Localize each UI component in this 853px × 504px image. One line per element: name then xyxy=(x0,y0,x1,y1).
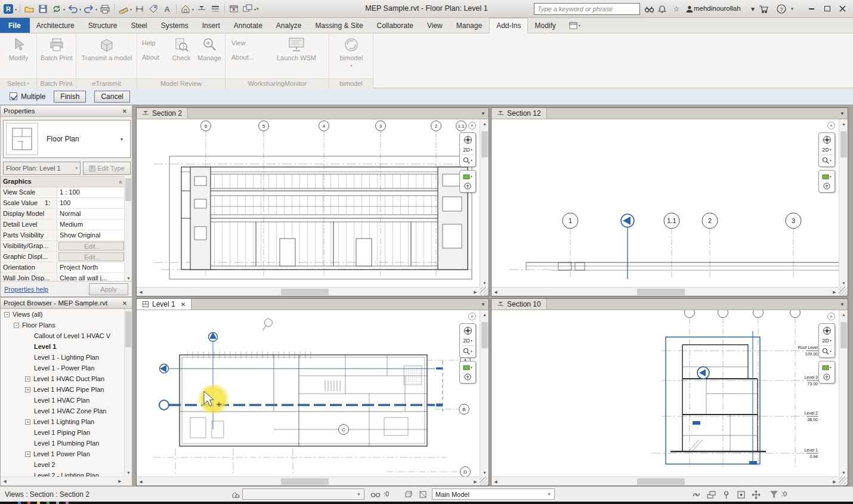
property-row[interactable]: Visibility/Grap...Edit... xyxy=(1,241,125,252)
resize-grip[interactable] xyxy=(480,477,489,486)
tab-architecture[interactable]: Architecture xyxy=(30,18,82,33)
expand-icon[interactable]: + xyxy=(25,419,30,425)
edit-button[interactable]: Edit... xyxy=(58,252,124,261)
tab-view[interactable]: View xyxy=(421,18,450,33)
resize-grip[interactable] xyxy=(480,287,489,296)
design-options-icon[interactable] xyxy=(403,490,414,499)
apply-button[interactable]: Apply xyxy=(89,283,128,295)
steering-wheel-button[interactable] xyxy=(460,134,475,146)
chevron-down-icon[interactable]: ▾ xyxy=(192,7,194,11)
scrollbar-thumb[interactable] xyxy=(840,322,847,348)
close-button[interactable] xyxy=(836,2,849,15)
drag-on-selection-toggle[interactable] xyxy=(750,490,761,499)
infocenter-search-input[interactable] xyxy=(534,3,640,15)
scrollbar-thumb[interactable] xyxy=(637,289,685,295)
panel-label-select[interactable]: Select▾ xyxy=(0,78,36,88)
grid-bubbles[interactable] xyxy=(201,121,466,131)
close-view-icon[interactable]: ✕ xyxy=(181,301,186,308)
tree-view-item[interactable]: Level 2 - Lighting Plan xyxy=(1,470,124,477)
chevron-down-icon[interactable]: ▾ xyxy=(130,7,132,11)
2d-wheel-button[interactable]: 2D▾ xyxy=(819,146,835,154)
tree-view-item[interactable]: Level 1 - Lighting Plan xyxy=(1,352,124,363)
crop-region[interactable] xyxy=(666,337,760,464)
viewport-menu-button[interactable]: ▼ xyxy=(478,299,489,310)
filter-button[interactable] xyxy=(768,490,779,499)
vertical-scrollbar[interactable]: ▲▼ xyxy=(839,119,848,287)
scroll-down-icon[interactable]: ▼ xyxy=(125,468,132,477)
model-review-help-button[interactable]: Help xyxy=(142,39,165,47)
expand-icon[interactable]: + xyxy=(25,452,30,457)
tab-modify[interactable]: Modify xyxy=(528,18,563,33)
horizontal-scrollbar[interactable]: ◀▶ xyxy=(492,477,839,486)
viewport-menu-button[interactable]: ▼ xyxy=(837,108,848,119)
select-underlay-toggle[interactable] xyxy=(706,490,716,499)
tree-view-item[interactable]: +Level 1 Power Plan xyxy=(1,449,124,459)
model-review-about-button[interactable]: About xyxy=(142,54,165,61)
chevron-down-icon[interactable]: ▾ xyxy=(120,137,130,142)
tab-section-12[interactable]: Section 12 xyxy=(492,108,547,119)
show-crop-button[interactable]: ▾ xyxy=(819,363,835,372)
zoom-button[interactable]: ▾ xyxy=(460,347,475,356)
open-icon[interactable] xyxy=(23,3,35,15)
section-2-canvas[interactable]: 6 5 4 3 2 1.1 ✕ 2D▾ xyxy=(137,119,480,287)
tree-view-item[interactable]: Level 1 - Power Plan xyxy=(1,363,124,373)
ribbon-cycle-button[interactable]: ▾ xyxy=(569,18,580,33)
tree-view-item[interactable]: +Level 1 HVAC Duct Plan xyxy=(1,373,124,384)
chevron-down-icon[interactable]: ▾ xyxy=(254,7,256,11)
2d-wheel-button[interactable]: 2D▾ xyxy=(460,146,475,154)
properties-scrollbar[interactable]: ▼ xyxy=(124,176,132,282)
notifications-icon[interactable] xyxy=(656,4,668,14)
scrollbar-thumb[interactable] xyxy=(481,322,488,348)
measure-icon[interactable] xyxy=(118,3,129,15)
select-by-face-toggle[interactable] xyxy=(735,490,746,499)
2d-wheel-button[interactable]: 2D▾ xyxy=(460,336,475,345)
editable-only-icon[interactable] xyxy=(370,490,381,499)
property-row[interactable]: Parts VisibilityShow Original xyxy=(1,230,125,241)
close-icon[interactable]: ✕ xyxy=(120,300,129,307)
zoom-button[interactable]: ▾ xyxy=(819,156,835,165)
tree-view-item[interactable]: Level 1 Plumbing Plan xyxy=(1,438,124,449)
navbar-close-button[interactable]: ✕ xyxy=(468,313,476,320)
app-store-cart-icon[interactable] xyxy=(758,4,769,14)
expand-icon[interactable]: + xyxy=(25,387,30,392)
modify-button[interactable]: Modify xyxy=(1,35,36,78)
wheel-menu-button[interactable] xyxy=(460,181,475,191)
tree-view-item[interactable]: Callout of Level 1 HVAC V xyxy=(1,330,124,341)
revit-logo-icon[interactable]: R xyxy=(2,3,14,15)
finish-button[interactable]: Finish xyxy=(54,91,86,103)
save-icon[interactable] xyxy=(37,3,49,15)
resize-grip[interactable] xyxy=(839,287,848,296)
sync-icon[interactable] xyxy=(51,3,63,15)
thin-lines-icon[interactable] xyxy=(209,3,221,15)
chevron-down-icon[interactable]: ▾ xyxy=(15,7,17,11)
tab-section-10[interactable]: Section 10 xyxy=(492,299,547,310)
project-browser-header[interactable]: Project Browser - MEP Sample.rvt ✕ xyxy=(1,298,132,309)
tab-add-ins[interactable]: Add-Ins xyxy=(489,18,528,33)
design-option-select[interactable]: Main Model▼ xyxy=(432,488,555,500)
tree-view-item[interactable]: Level 2 xyxy=(1,459,124,470)
show-crop-button[interactable]: ▾ xyxy=(460,172,475,181)
worksets-icon[interactable] xyxy=(230,490,241,499)
tab-manage[interactable]: Manage xyxy=(450,18,489,33)
print-icon[interactable] xyxy=(99,3,111,15)
collapse-chevron-icon[interactable]: « xyxy=(116,181,125,184)
chevron-down-icon[interactable]: ▾ xyxy=(786,4,798,14)
batch-print-button[interactable]: Batch Print xyxy=(39,35,75,78)
tag-icon[interactable] xyxy=(147,3,159,15)
select-links-toggle[interactable] xyxy=(691,490,701,499)
scroll-right-icon[interactable]: ▶ xyxy=(116,477,124,486)
bimodel-button[interactable]: bimodel ▾ xyxy=(333,35,369,78)
navbar-close-button[interactable]: ✕ xyxy=(827,122,835,129)
property-row[interactable]: OrientationProject North xyxy=(1,262,125,273)
steering-wheel-button[interactable] xyxy=(819,134,835,146)
navbar-close-button[interactable]: ✕ xyxy=(468,122,476,129)
multiple-checkbox[interactable] xyxy=(10,92,17,100)
tab-collaborate[interactable]: Collaborate xyxy=(370,18,421,33)
maximize-button[interactable] xyxy=(820,2,834,15)
chevron-down-icon[interactable]: ▾ xyxy=(63,7,65,11)
expand-icon[interactable]: + xyxy=(25,376,30,382)
wheel-menu-button[interactable] xyxy=(460,372,475,382)
show-crop-button[interactable]: ▾ xyxy=(460,363,475,372)
section-marker[interactable] xyxy=(693,331,757,465)
minimize-button[interactable] xyxy=(805,2,818,15)
